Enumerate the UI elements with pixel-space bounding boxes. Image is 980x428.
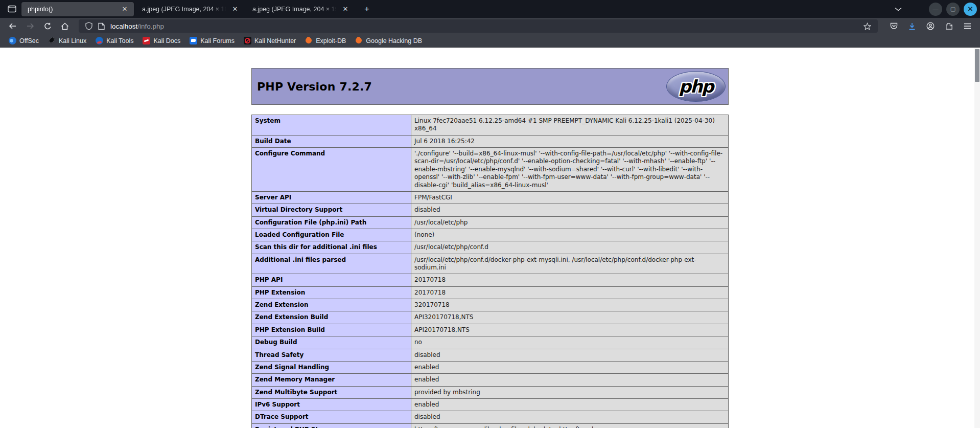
bookmark-item[interactable]: Kali Tools xyxy=(92,36,137,46)
back-icon[interactable] xyxy=(5,19,20,33)
scrollbar-thumb[interactable] xyxy=(975,49,979,82)
row-label: Thread Safety xyxy=(252,349,411,361)
row-label: Registered PHP Streams xyxy=(252,423,411,428)
table-row: Debug Build no xyxy=(252,336,729,349)
bookmark-star-icon[interactable] xyxy=(860,22,874,30)
bookmark-item[interactable]: Kali Linux xyxy=(44,36,90,46)
forward-icon[interactable] xyxy=(22,19,38,33)
table-row: PHP API 20170718 xyxy=(252,274,729,286)
tab[interactable]: a.jpeg (JPEG Image, 204 × 19 ✕ xyxy=(136,2,244,16)
tabbar-right-controls: — ▢ ✕ xyxy=(891,0,980,18)
table-row: PHP Extension 20170718 xyxy=(252,286,729,299)
table-row: Registered PHP Streams https, ftps, comp… xyxy=(252,423,729,428)
downloads-icon[interactable] xyxy=(904,19,920,33)
row-label: Zend Signal Handling xyxy=(252,361,411,373)
row-value: 320170718 xyxy=(411,299,729,311)
row-value: 20170718 xyxy=(411,274,729,286)
bookmark-label: Kali Tools xyxy=(106,37,133,44)
bookmark-item[interactable]: Kali Forums xyxy=(186,36,238,46)
table-row: Server API FPM/FastCGI xyxy=(252,191,729,204)
bookmark-favicon xyxy=(305,37,313,44)
url-bar[interactable]: localhost/info.php xyxy=(79,19,878,33)
bookmark-label: Kali Forums xyxy=(200,37,235,44)
phpinfo-container: PHP Version 7.2.7 php System Linux 7fec7… xyxy=(251,68,729,428)
row-value: no xyxy=(411,336,729,349)
table-row: Virtual Directory Support disabled xyxy=(252,204,729,216)
tab[interactable]: a.jpeg (JPEG Image, 204 × 19 ✕ xyxy=(246,2,355,16)
firefox-view-icon[interactable] xyxy=(4,3,19,16)
new-tab-button[interactable]: + xyxy=(360,3,374,16)
bookmark-label: Kali NetHunter xyxy=(254,37,296,44)
bookmark-favicon xyxy=(190,37,197,44)
row-value: enabled xyxy=(411,398,729,411)
list-all-tabs-chevron-down-icon[interactable] xyxy=(891,3,905,16)
bookmark-label: Google Hacking DB xyxy=(366,37,422,44)
row-label: DTrace Support xyxy=(252,411,411,423)
table-row: Configuration File (php.ini) Path /usr/l… xyxy=(252,216,729,229)
row-value: enabled xyxy=(411,361,729,373)
bookmark-item[interactable]: Google Hacking DB xyxy=(352,36,426,46)
reload-icon[interactable] xyxy=(40,19,55,33)
row-label: Zend Memory Manager xyxy=(252,374,411,386)
row-label: Debug Build xyxy=(252,336,411,349)
bookmark-favicon xyxy=(48,37,56,44)
row-label: PHP API xyxy=(252,274,411,286)
bookmarks-toolbar: OffSec Kali Linux Kali Tools Kali Docs K… xyxy=(0,34,980,48)
php-logo-text: php xyxy=(679,76,713,97)
row-label: Additional .ini files parsed xyxy=(252,254,411,274)
page-info-icon[interactable] xyxy=(95,22,107,30)
account-icon[interactable] xyxy=(923,19,938,33)
row-label: Scan this dir for additional .ini files xyxy=(252,241,411,254)
row-label: PHP Extension Build xyxy=(252,324,411,336)
bookmark-favicon xyxy=(355,37,363,44)
row-value: /usr/local/etc/php/conf.d/docker-php-ext… xyxy=(411,254,729,274)
tab-close-icon[interactable]: ✕ xyxy=(230,4,240,14)
table-row: Zend Signal Handling enabled xyxy=(252,361,729,373)
tab[interactable]: phpinfo() ✕ xyxy=(21,2,134,16)
phpinfo-table: System Linux 7fec720aae51 6.12.25-amd64 … xyxy=(251,115,729,428)
table-row: Zend Extension Build API320170718,NTS xyxy=(252,311,729,324)
table-row: Zend Multibyte Support provided by mbstr… xyxy=(252,386,729,398)
row-value: API320170718,NTS xyxy=(411,311,729,324)
window-maximize-button[interactable]: ▢ xyxy=(946,3,960,16)
tracking-shield-icon[interactable] xyxy=(83,22,95,30)
table-row: Thread Safety disabled xyxy=(252,349,729,361)
row-value: /usr/local/etc/php xyxy=(411,216,729,229)
row-value: (none) xyxy=(411,229,729,241)
bookmark-favicon xyxy=(9,37,16,44)
row-label: Build Date xyxy=(252,135,411,147)
table-row: DTrace Support disabled xyxy=(252,411,729,423)
row-label: Server API xyxy=(252,191,411,204)
row-label: Loaded Configuration File xyxy=(252,229,411,241)
url-path: /info.php xyxy=(137,22,164,30)
bookmark-favicon xyxy=(143,37,150,44)
bookmark-favicon xyxy=(96,37,103,44)
row-label: PHP Extension xyxy=(252,286,411,299)
tab-close-icon[interactable]: ✕ xyxy=(340,4,351,14)
bookmark-favicon xyxy=(244,37,251,44)
window-minimize-button[interactable]: — xyxy=(929,3,942,16)
bookmark-item[interactable]: Kali NetHunter xyxy=(240,36,299,46)
row-value: Jul 6 2018 16:25:42 xyxy=(411,135,729,147)
table-row: PHP Extension Build API20170718,NTS xyxy=(252,324,729,336)
row-label: Zend Extension Build xyxy=(252,311,411,324)
extensions-puzzle-icon[interactable] xyxy=(941,19,956,33)
url-text: localhost/info.php xyxy=(110,22,860,30)
browser-chrome: phpinfo() ✕ a.jpeg (JPEG Image, 204 × 19… xyxy=(0,0,980,48)
tab-close-icon[interactable]: ✕ xyxy=(120,4,130,14)
row-value: /usr/local/etc/php/conf.d xyxy=(411,241,729,254)
table-row: Loaded Configuration File (none) xyxy=(252,229,729,241)
bookmark-item[interactable]: Kali Docs xyxy=(139,36,184,46)
row-label: Virtual Directory Support xyxy=(252,204,411,216)
window-close-button[interactable]: ✕ xyxy=(964,3,977,16)
bookmark-item[interactable]: OffSec xyxy=(5,36,42,46)
row-value: Linux 7fec720aae51 6.12.25-amd64 #1 SMP … xyxy=(411,115,729,136)
menu-hamburger-icon[interactable] xyxy=(960,19,975,33)
home-icon[interactable] xyxy=(57,19,73,33)
url-host: localhost xyxy=(110,22,137,30)
row-value: disabled xyxy=(411,411,729,423)
pocket-icon[interactable] xyxy=(886,19,901,33)
table-row: Configure Command './configure' '--build… xyxy=(252,148,729,192)
row-value: API20170718,NTS xyxy=(411,324,729,336)
bookmark-item[interactable]: Exploit-DB xyxy=(301,36,349,46)
